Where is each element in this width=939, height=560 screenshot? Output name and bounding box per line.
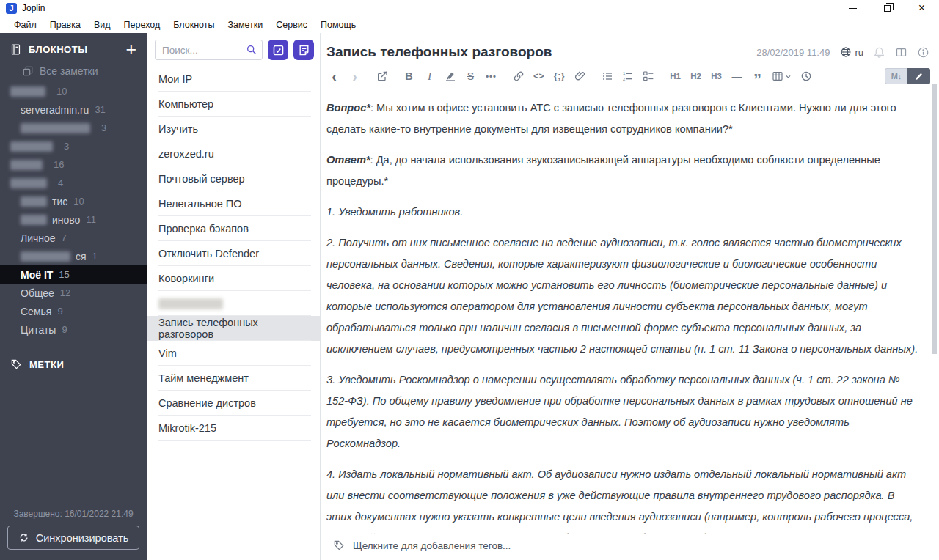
notebooks-header: БЛОКНОТЫ + bbox=[0, 33, 147, 62]
close-icon: × bbox=[918, 4, 925, 12]
toolbar-heading1-button[interactable]: H1 bbox=[669, 67, 682, 85]
sidebar-notebook-item[interactable]: Общее12 bbox=[0, 284, 147, 302]
tags-header: МЕТКИ bbox=[0, 339, 147, 376]
note-title: Компьютер bbox=[158, 98, 213, 110]
note-list-item[interactable]: Изучить bbox=[147, 117, 320, 141]
toolbar-hyperlink-button[interactable] bbox=[512, 67, 525, 85]
tag-bar[interactable]: Щелкните для добавления тегов... bbox=[321, 534, 939, 560]
menu-сервис[interactable]: Сервис bbox=[269, 18, 314, 32]
menu-правка[interactable]: Правка bbox=[43, 18, 87, 32]
menu-вид[interactable]: Вид bbox=[87, 18, 117, 32]
new-todo-button[interactable] bbox=[268, 40, 288, 60]
note-list-item[interactable]: zeroxzed.ru bbox=[147, 141, 320, 166]
note-list-item[interactable]: Отключить Defender bbox=[147, 241, 320, 266]
note-paragraph: 3. Уведомить Роскомнадзор о намерении ос… bbox=[326, 369, 921, 454]
spellcheck-button[interactable]: ru bbox=[840, 46, 863, 58]
note-list-item[interactable]: Тайм менеджмент bbox=[147, 366, 320, 391]
note-paragraph: 1. Уведомить работников. bbox=[326, 202, 921, 223]
toolbar-numbered-list-button[interactable]: 12 bbox=[621, 67, 634, 85]
toolbar-checkbox-list-button[interactable] bbox=[642, 67, 654, 85]
toolbar-italic-button[interactable]: I bbox=[423, 67, 436, 85]
note-list-item[interactable]: Почтовый сервер bbox=[147, 166, 320, 191]
joplin-logo-icon: J bbox=[6, 3, 17, 14]
note-list-item[interactable]: Запись телефонных разговоров bbox=[147, 316, 320, 341]
toolbar-highlight-button[interactable] bbox=[444, 67, 456, 85]
alarm-button[interactable] bbox=[873, 46, 885, 59]
redacted-label bbox=[21, 123, 90, 133]
sidebar-notebook-item[interactable]: тис10 bbox=[0, 192, 147, 210]
tag-icon bbox=[10, 358, 22, 370]
editor-scrollbar[interactable] bbox=[932, 84, 937, 354]
toolbar-bold-button[interactable]: B bbox=[403, 67, 415, 85]
sidebar-notebook-item[interactable]: Цитаты9 bbox=[0, 320, 147, 339]
notelist-panel: Мои IPКомпьютерИзучитьzeroxzed.ruПочтовы… bbox=[147, 33, 321, 560]
minimize-button[interactable] bbox=[836, 0, 870, 16]
paragraph-lead: Ответ* bbox=[326, 154, 370, 166]
restore-button[interactable] bbox=[870, 0, 905, 16]
note-list-item[interactable]: Коворкинги bbox=[147, 266, 320, 291]
note-list-item[interactable]: Сравнение дистров bbox=[147, 391, 320, 416]
note-list-item[interactable]: Mikrotik-215 bbox=[147, 416, 320, 441]
toolbar-inline-code-button[interactable]: <> bbox=[533, 67, 545, 85]
markdown-mode-button[interactable]: M↓ bbox=[885, 68, 907, 84]
sidebar-notebook-item[interactable]: 16 bbox=[0, 155, 147, 174]
note-title-input[interactable]: Запись телефонных разговоров bbox=[326, 44, 756, 60]
toolbar-back-button[interactable]: ‹ bbox=[328, 67, 340, 85]
toolbar-code-block-button[interactable]: {;} bbox=[553, 67, 566, 85]
toolbar-heading2-button[interactable]: H2 bbox=[690, 67, 702, 85]
link-icon bbox=[513, 70, 525, 82]
toolbar-strikethrough-button[interactable]: S bbox=[464, 67, 477, 85]
toolbar-insert-datetime-button[interactable] bbox=[800, 67, 812, 85]
sidebar-notebook-item[interactable]: 3 bbox=[0, 137, 147, 155]
toolbar-forward-button[interactable]: › bbox=[348, 67, 361, 85]
note-list-item[interactable]: Компьютер bbox=[147, 92, 320, 117]
external-link-icon bbox=[376, 70, 388, 82]
note-list-item[interactable] bbox=[147, 291, 320, 316]
sidebar-notebook-item[interactable]: ся1 bbox=[0, 247, 147, 265]
new-notebook-button[interactable]: + bbox=[125, 43, 136, 56]
menu-переход[interactable]: Переход bbox=[117, 18, 167, 32]
sidebar-notebook-item[interactable]: Личное7 bbox=[0, 229, 147, 247]
toolbar-bulleted-list-button[interactable] bbox=[601, 67, 613, 85]
sidebar-notebook-item[interactable]: Моё IT15 bbox=[0, 265, 147, 284]
toolbar-attach-file-button[interactable] bbox=[574, 67, 586, 85]
toggle-layout-button[interactable] bbox=[895, 46, 907, 59]
close-button[interactable]: × bbox=[905, 0, 939, 16]
richtext-mode-button[interactable] bbox=[907, 68, 930, 84]
synchronize-button[interactable]: Синхронизировать bbox=[7, 526, 139, 550]
redacted-label bbox=[10, 141, 53, 152]
toolbar-heading3-button[interactable]: H3 bbox=[710, 67, 723, 85]
layout-columns-icon bbox=[895, 46, 907, 59]
redacted-label bbox=[21, 251, 70, 262]
toolbar-quote-button[interactable]: ” bbox=[751, 67, 764, 85]
sidebar-notebook-item[interactable]: 3 bbox=[0, 119, 147, 137]
spellcheck-language: ru bbox=[855, 47, 863, 58]
note-list-item[interactable]: Мои IP bbox=[147, 67, 320, 92]
menu-файл[interactable]: Файл bbox=[7, 18, 43, 32]
note-properties-button[interactable] bbox=[917, 46, 929, 59]
note-list-item[interactable]: Vim bbox=[147, 341, 320, 366]
add-tags-prompt: Щелкните для добавления тегов... bbox=[353, 540, 511, 551]
note-list-item[interactable]: Проверка бэкапов bbox=[147, 216, 320, 241]
toolbar-external-edit-button[interactable] bbox=[376, 67, 388, 85]
sidebar-notebook-item[interactable]: иново11 bbox=[0, 210, 147, 229]
redacted-label bbox=[21, 215, 47, 225]
all-notes-icon bbox=[22, 65, 34, 77]
menu-заметки[interactable]: Заметки bbox=[221, 18, 269, 32]
window-controls: × bbox=[836, 0, 939, 16]
sidebar-notebook-item[interactable]: serveradmin.ru31 bbox=[0, 100, 147, 119]
toolbar-more-formats-button[interactable]: ••• bbox=[485, 67, 497, 85]
new-note-button[interactable] bbox=[293, 40, 314, 60]
toolbar-table-button[interactable] bbox=[772, 67, 792, 85]
notelist-toolbar bbox=[147, 33, 320, 67]
note-list-item[interactable]: Нелегальное ПО bbox=[147, 191, 320, 216]
toolbar-horizontal-rule-button[interactable]: — bbox=[731, 67, 743, 85]
sidebar-item-all-notes[interactable]: Все заметки bbox=[0, 62, 147, 82]
sidebar-notebook-item[interactable]: 4 bbox=[0, 174, 147, 192]
sidebar-notebook-item[interactable]: Семья9 bbox=[0, 302, 147, 320]
menu-блокноты[interactable]: Блокноты bbox=[167, 18, 221, 32]
sidebar-notebook-item[interactable]: 10 bbox=[0, 82, 147, 100]
note-date: 28/02/2019 11:49 bbox=[756, 47, 830, 58]
menu-помощь[interactable]: Помощь bbox=[314, 18, 362, 32]
svg-text:2: 2 bbox=[623, 77, 626, 81]
